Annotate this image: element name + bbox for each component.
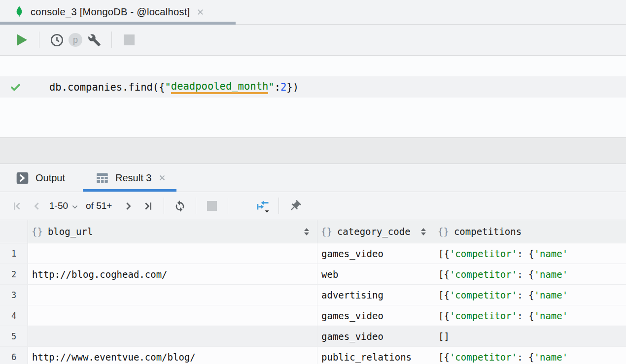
tab-label: Output xyxy=(35,172,65,184)
refresh-button[interactable] xyxy=(172,198,188,214)
column-header-category_code[interactable]: {}category_code xyxy=(317,220,434,243)
result-tab-bar: Output Result 3 xyxy=(0,164,626,192)
next-page-button[interactable] xyxy=(120,198,137,214)
console-editor[interactable]: db.companies.find({"deadpooled_month":2}… xyxy=(0,56,626,137)
run-button[interactable] xyxy=(12,31,31,49)
parameters-toggle[interactable]: p xyxy=(66,31,85,49)
cell-competitions[interactable]: [{'competitor': {'name' xyxy=(434,305,626,326)
toolbar-separator xyxy=(164,198,164,214)
row-number[interactable]: 3 xyxy=(0,285,28,305)
sort-icon[interactable] xyxy=(304,228,309,235)
toolbar-separator xyxy=(278,198,279,214)
settings-button[interactable] xyxy=(85,31,104,49)
first-page-icon xyxy=(11,200,23,212)
selected-tab-indicator xyxy=(0,22,236,25)
cell-category_code[interactable]: games_video xyxy=(317,243,434,264)
code-token: deadpooled_month xyxy=(171,80,268,94)
column-header-competitions[interactable]: {}competitions xyxy=(434,220,626,243)
cell-category_code[interactable]: advertising xyxy=(317,285,434,305)
cell-blog_url[interactable] xyxy=(28,285,317,305)
row-number[interactable]: 2 xyxy=(0,264,28,284)
data-view-arrows-icon xyxy=(255,199,270,213)
cell-blog_url[interactable] xyxy=(28,305,317,326)
tab-output[interactable]: Output xyxy=(16,164,75,192)
row-number[interactable]: 6 xyxy=(0,347,28,364)
pager-toolbar: 1-50 of 51+ xyxy=(0,192,626,220)
cell-category_code[interactable]: public_relations xyxy=(317,347,434,364)
last-page-button[interactable] xyxy=(139,198,156,214)
row-number[interactable]: 5 xyxy=(0,326,28,346)
table-row: 1games_video[{'competitor': {'name' xyxy=(0,243,626,264)
code-line[interactable]: db.companies.find({"deadpooled_month":2}… xyxy=(49,76,299,98)
column-header-blog_url[interactable]: {}blog_url xyxy=(28,220,317,243)
code-token: }) xyxy=(286,81,299,93)
pin-icon xyxy=(288,199,302,213)
pin-tab-button[interactable] xyxy=(286,198,303,214)
column-label: competitions xyxy=(454,226,522,237)
tab-label: Result 3 xyxy=(115,172,151,184)
previous-page-button[interactable] xyxy=(28,198,45,214)
grid-header-row: {}blog_url{}category_code{}competitions xyxy=(0,220,626,243)
cell-blog_url[interactable] xyxy=(28,326,317,346)
clock-icon xyxy=(50,33,64,47)
column-label: blog_url xyxy=(48,226,93,237)
json-type-icon: {} xyxy=(438,226,449,237)
editor-tab-bar: console_3 [MongoDB - @localhost] xyxy=(0,0,626,25)
stop-icon xyxy=(207,201,217,211)
grid-body: 1games_video[{'competitor': {'name'2http… xyxy=(0,243,626,364)
cell-competitions[interactable]: [{'competitor': {'name' xyxy=(434,285,626,305)
code-token: : xyxy=(275,81,280,93)
active-tab-indicator xyxy=(83,189,176,192)
tab-result-3[interactable]: Result 3 xyxy=(86,164,176,192)
cell-competitions[interactable]: [{'competitor': {'name' xyxy=(434,243,626,264)
cell-competitions[interactable]: [{'competitor': {'name' xyxy=(434,347,626,364)
table-row: 2http://blog.coghead.com/web[{'competito… xyxy=(0,264,626,285)
mongodb-leaf-icon xyxy=(14,5,25,19)
cell-category_code[interactable]: games_video xyxy=(317,326,434,346)
cell-category_code[interactable]: web xyxy=(317,264,434,284)
toolbar-separator xyxy=(111,32,112,48)
cell-blog_url[interactable] xyxy=(28,243,317,264)
table-row: 4games_video[{'competitor': {'name' xyxy=(0,305,626,326)
grid-corner-cell[interactable] xyxy=(0,220,28,243)
cell-competitions[interactable]: [{'competitor': {'name' xyxy=(434,264,626,284)
table-grid-icon xyxy=(96,171,109,185)
tab-close-icon[interactable] xyxy=(196,7,205,17)
refresh-icon xyxy=(174,199,186,212)
stop-query-button[interactable] xyxy=(204,198,220,214)
tab-title: console_3 [MongoDB - @localhost] xyxy=(31,6,190,18)
cell-competitions[interactable]: [] xyxy=(434,326,626,346)
ide-window: console_3 [MongoDB - @localhost] p db.co… xyxy=(0,0,626,364)
success-check-icon xyxy=(10,81,21,93)
cell-blog_url[interactable]: http://www.eventvue.com/blog/ xyxy=(28,347,317,364)
toolbar-separator xyxy=(39,32,39,48)
stop-button[interactable] xyxy=(120,31,139,49)
cell-category_code[interactable]: games_video xyxy=(317,305,434,326)
cell-blog_url[interactable]: http://blog.coghead.com/ xyxy=(28,264,317,284)
table-row: 6http://www.eventvue.com/blog/public_rel… xyxy=(0,347,626,364)
tab-close-icon[interactable] xyxy=(158,173,167,182)
view-options-button[interactable] xyxy=(254,198,271,214)
first-page-button[interactable] xyxy=(8,198,25,214)
row-number[interactable]: 1 xyxy=(0,243,28,264)
editor-results-splitter[interactable] xyxy=(0,137,626,164)
code-token: db.companies.find({ xyxy=(49,81,165,93)
total-count-label: of 51+ xyxy=(86,200,112,211)
wrench-icon xyxy=(88,33,101,47)
sort-icon[interactable] xyxy=(421,228,426,235)
code-token: 2 xyxy=(280,81,286,93)
table-row: 5games_video[] xyxy=(0,326,626,347)
stop-icon xyxy=(124,34,135,45)
chevron-left-icon xyxy=(31,200,43,212)
console-toolbar: p xyxy=(0,25,626,56)
page-range-dropdown[interactable]: 1-50 xyxy=(49,200,68,211)
row-number[interactable]: 4 xyxy=(0,305,28,326)
json-type-icon: {} xyxy=(321,226,332,237)
results-grid: {}blog_url{}category_code{}competitions … xyxy=(0,220,626,364)
editor-tab-console-3[interactable]: console_3 [MongoDB - @localhost] xyxy=(0,0,236,24)
column-label: category_code xyxy=(337,226,411,237)
table-row: 3advertising[{'competitor': {'name' xyxy=(0,285,626,305)
query-history-button[interactable] xyxy=(47,31,66,49)
json-type-icon: {} xyxy=(32,226,43,237)
chevron-down-icon[interactable] xyxy=(71,203,79,211)
